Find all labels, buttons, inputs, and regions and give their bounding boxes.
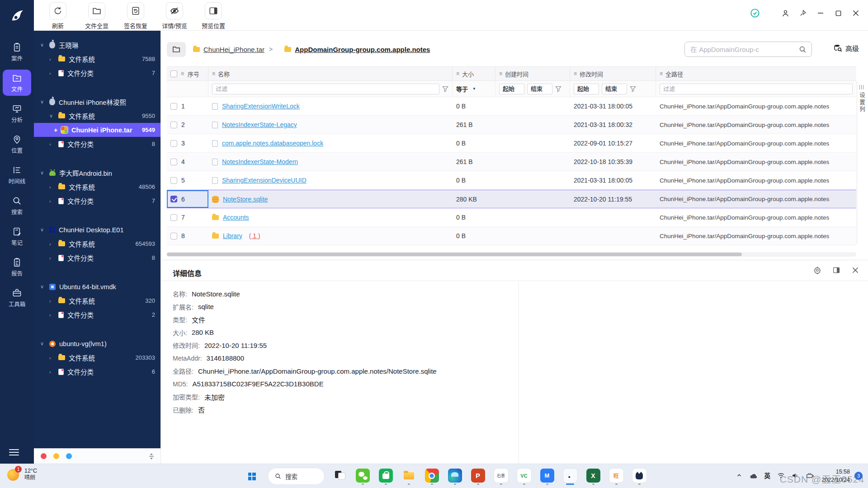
name-filter-input[interactable] [212, 84, 439, 94]
column-header-size[interactable]: 大小 [462, 70, 474, 78]
table-row[interactable]: 8 Library( 1 ) 0 B ChunHei_iPhone.tar/Ap… [167, 227, 856, 245]
start-button[interactable] [243, 468, 260, 485]
tree-item-filesystem[interactable]: › 文件系统 320 [34, 294, 160, 308]
caret-down-icon[interactable]: ∨ [40, 284, 49, 290]
caret-right-icon[interactable]: › [49, 141, 58, 147]
column-header-mtime[interactable]: 修改时间 [580, 70, 603, 78]
row-checkbox[interactable] [170, 159, 177, 165]
search-icon[interactable] [798, 45, 807, 54]
funnel-icon[interactable] [442, 86, 448, 92]
mtime-start-input[interactable] [574, 84, 599, 94]
tree-device[interactable]: ∨ ubuntu-vg(lvm1) [34, 337, 160, 351]
row-checkbox[interactable] [170, 233, 177, 239]
taskbar-search[interactable]: 搜索 [268, 468, 325, 485]
user-account-icon[interactable] [780, 8, 790, 18]
blue-status-dot[interactable] [66, 453, 72, 459]
table-row[interactable]: 4 NotesIndexerState-Modern 261 B 2022-10… [167, 153, 856, 171]
table-row-selected[interactable]: 6 NoteStore.sqlite 280 KB 2022-10-20 11:… [167, 190, 856, 208]
breadcrumb-item[interactable]: AppDomainGroup-group.com.apple.notes [284, 46, 430, 53]
nav-item-toolbox[interactable]: 工具箱 [3, 285, 31, 311]
tree-item-fileclass[interactable]: › 文件分类 7 [34, 66, 160, 80]
column-settings-strip[interactable]: 设置列 [857, 81, 867, 244]
tray-chevron-up-icon[interactable] [736, 472, 742, 479]
minimize-button[interactable] [816, 8, 826, 18]
row-checkbox[interactable] [170, 122, 177, 128]
column-menu-icon[interactable]: ≡ [499, 70, 502, 77]
caret-down-icon[interactable]: ∨ [40, 99, 49, 105]
scrollbar-thumb[interactable] [167, 253, 742, 256]
path-filter-input[interactable] [660, 84, 853, 94]
power-plug-icon[interactable] [806, 472, 815, 479]
advanced-search-button[interactable]: 高级 [833, 43, 859, 53]
column-header-index[interactable]: 序号 [188, 70, 199, 78]
deleted-count-link[interactable]: ( 1 ) [249, 232, 260, 239]
ctime-start-input[interactable] [499, 84, 524, 94]
nav-item-files[interactable]: 文件 [3, 70, 31, 96]
column-menu-icon[interactable]: ≡ [212, 70, 215, 77]
column-header-path[interactable]: 全路径 [665, 70, 683, 78]
caret-right-icon[interactable]: › [49, 70, 58, 76]
tree-item-filesystem[interactable]: › 文件系统 48506 [34, 180, 160, 194]
breadcrumb-item[interactable]: ChunHei_iPhone.tar [193, 46, 264, 53]
tree-device[interactable]: ∨ ChunHei Desktop.E01 [34, 223, 160, 237]
notification-badge[interactable]: 3 [854, 472, 863, 480]
row-checkbox[interactable] [170, 214, 177, 221]
nav-item-analysis[interactable]: 分析 [3, 100, 31, 127]
tree-item-filesystem[interactable]: ∨ 文件系统 9550 [34, 109, 160, 123]
caret-right-icon[interactable]: › [49, 241, 58, 247]
funnel-icon[interactable] [630, 86, 636, 92]
taskbar-clock[interactable]: 15:58 2022/10/24 [821, 468, 850, 484]
column-menu-icon[interactable]: ≡ [456, 70, 459, 77]
nav-item-location[interactable]: 位置 [3, 131, 31, 157]
tree-item-fileclass[interactable]: › 文件分类 8 [34, 251, 160, 265]
nav-item-report[interactable]: 报告 [3, 254, 31, 280]
breadcrumb-link[interactable]: ChunHei_iPhone.tar [203, 46, 264, 53]
excel-icon[interactable]: X [585, 468, 601, 485]
search-input[interactable] [690, 46, 798, 53]
tree-item-filesystem[interactable]: › 文件系统 7588 [34, 52, 160, 66]
yellow-status-dot[interactable] [53, 453, 59, 459]
file-link[interactable]: SharingExtensionDeviceUUID [222, 177, 307, 184]
wangwang-icon[interactable]: 旺 [609, 468, 624, 485]
wifi-icon[interactable] [777, 472, 785, 479]
forensic-app-icon[interactable] [562, 468, 578, 485]
lanhu-icon[interactable]: M [539, 468, 555, 485]
caret-down-icon[interactable]: ∨ [40, 170, 49, 176]
table-row[interactable]: 1 SharingExtensionWriteLock 0 B 2021-03-… [167, 97, 856, 116]
onedrive-cloud-icon[interactable] [749, 472, 758, 479]
file-link[interactable]: com.apple.notes.databaseopen.lock [222, 140, 323, 147]
details-preview-button[interactable]: 详情/预览 [158, 2, 191, 30]
edge-icon[interactable] [447, 468, 462, 485]
tree-item-fileclass[interactable]: › 文件分类 8 [34, 137, 160, 151]
mtime-end-input[interactable] [602, 84, 627, 94]
table-row[interactable]: 5 SharingExtensionDeviceUUID 0 B 2021-03… [167, 171, 856, 190]
wechat-icon[interactable] [355, 468, 370, 485]
maximize-button[interactable] [833, 8, 843, 18]
chrome-icon[interactable] [424, 468, 439, 485]
funnel-icon[interactable] [555, 86, 561, 92]
detail-panel-toggle-icon[interactable] [832, 266, 841, 275]
column-header-ctime[interactable]: 创建时间 [505, 70, 528, 78]
ctime-end-input[interactable] [527, 84, 552, 94]
breadcrumb-link[interactable]: AppDomainGroup-group.com.apple.notes [295, 46, 430, 53]
file-link[interactable]: NoteStore.sqlite [223, 196, 268, 203]
safety-status-icon[interactable] [750, 8, 760, 18]
caret-right-icon[interactable]: › [49, 56, 58, 62]
tree-item-filesystem[interactable]: › 文件系统 654593 [34, 237, 160, 251]
select-all-checkbox[interactable] [170, 70, 177, 77]
show-all-files-button[interactable]: 文件全显 [80, 2, 113, 30]
refresh-button[interactable]: 刷新 [42, 2, 74, 30]
nav-item-case[interactable]: 案件 [3, 39, 31, 65]
table-row[interactable]: 7 Accounts 0 B ChunHei_iPhone.tar/AppDom… [167, 208, 856, 227]
signature-recovery-button[interactable]: 签名恢复 [119, 2, 152, 30]
nav-item-search[interactable]: 搜索 [3, 192, 31, 219]
menu-hamburger-icon[interactable] [9, 447, 19, 457]
caret-down-icon[interactable]: ∨ [49, 113, 58, 119]
column-header-name[interactable]: 名称 [218, 70, 230, 78]
file-link[interactable]: NotesIndexerState-Legacy [222, 121, 297, 128]
file-link[interactable]: SharingExtensionWriteLock [222, 103, 300, 110]
tree-item-filesystem[interactable]: › 文件系统 203303 [34, 351, 160, 365]
size-operator-dropdown[interactable]: 等于 ▼ [456, 84, 476, 93]
nav-item-notes[interactable]: 笔记 [3, 223, 31, 249]
row-checkbox[interactable] [170, 103, 177, 110]
